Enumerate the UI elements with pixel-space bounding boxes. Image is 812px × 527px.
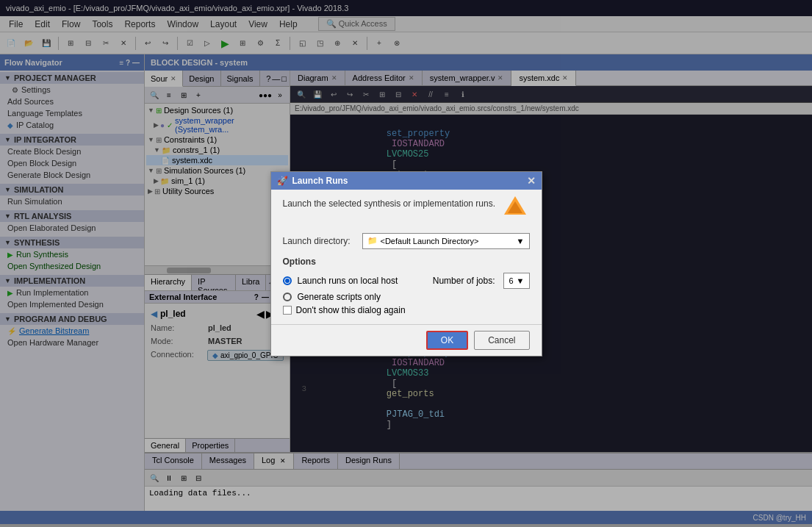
dialog-radio-local[interactable]: Launch runs on local host Number of jobs… (283, 273, 530, 289)
radio-local-label: Launch runs on local host (298, 276, 398, 286)
dialog-overlay: 🚀 Launch Runs ✕ Launch the selected synt… (0, 0, 812, 527)
radio-local-host[interactable] (283, 276, 292, 285)
launch-dir-select[interactable]: 📁 <Default Launch Directory> ▼ (362, 233, 530, 249)
dialog-desc-text: Launch the selected synthesis or impleme… (283, 198, 500, 209)
dialog-desc-row: Launch the selected synthesis or impleme… (283, 198, 530, 224)
dialog-options-section: Options Launch runs on local host Number… (283, 257, 530, 302)
jobs-value: 6 (509, 276, 513, 285)
dialog-ok-button[interactable]: OK (426, 331, 468, 350)
launch-dir-icon: 📁 (367, 236, 378, 245)
dialog-title-icon: 🚀 (277, 176, 288, 186)
launch-dir-value: <Default Launch Directory> (381, 237, 479, 245)
dialog-title-text: Launch Runs (292, 176, 348, 186)
jobs-chevron: ▼ (517, 276, 525, 285)
dialog-checkbox-row[interactable]: Don't show this dialog again (283, 305, 530, 315)
launch-dir-chevron: ▼ (517, 237, 525, 245)
dialog-title-content: 🚀 Launch Runs (277, 176, 348, 186)
launch-runs-dialog: 🚀 Launch Runs ✕ Launch the selected synt… (270, 171, 542, 356)
dialog-options-title: Options (283, 257, 530, 267)
launch-dir-label: Launch directory: (283, 236, 356, 246)
radio-scripts-label: Generate scripts only (298, 292, 381, 302)
dialog-cancel-button[interactable]: Cancel (474, 331, 529, 350)
radio-scripts[interactable] (283, 293, 292, 301)
jobs-select[interactable]: 6 ▼ (503, 273, 529, 289)
dialog-footer: OK Cancel (271, 324, 542, 356)
vivado-logo (500, 193, 530, 224)
dialog-radio-scripts[interactable]: Generate scripts only (283, 292, 530, 302)
checkbox-label: Don't show this dialog again (296, 305, 406, 315)
jobs-label: Number of jobs: (433, 276, 495, 286)
dialog-title-bar: 🚀 Launch Runs ✕ (271, 172, 542, 190)
dialog-launch-dir-field: Launch directory: 📁 <Default Launch Dire… (283, 233, 530, 249)
dialog-body: Launch the selected synthesis or impleme… (271, 190, 542, 324)
jobs-row: Number of jobs: 6 ▼ (433, 273, 530, 289)
dialog-close-btn[interactable]: ✕ (527, 175, 536, 187)
checkbox-dont-show[interactable] (283, 306, 292, 315)
